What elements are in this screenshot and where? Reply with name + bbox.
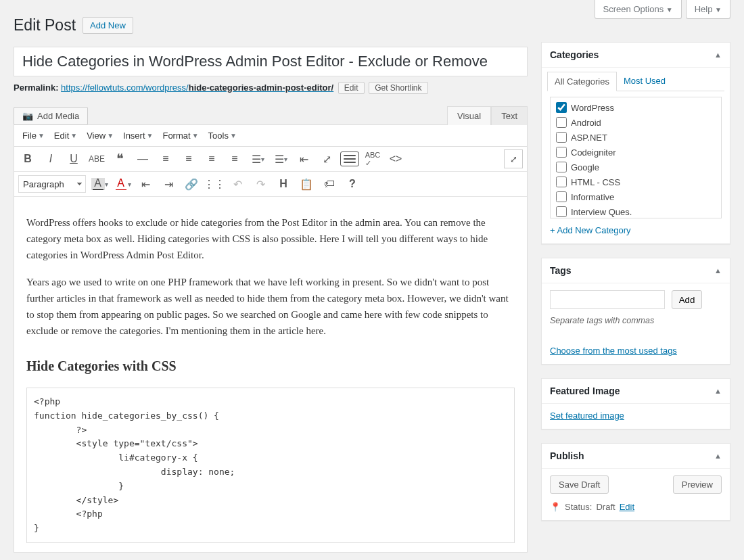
category-item[interactable]: ASP.NET	[552, 130, 720, 145]
find-icon[interactable]: H	[274, 174, 293, 193]
add-media-button[interactable]: 📷 Add Media	[14, 107, 88, 125]
category-checkbox[interactable]	[556, 147, 567, 158]
status-value: Draft	[596, 502, 615, 512]
toolbar-row-2: Paragraph A▾ A▾ ⇤ ⇥ 🔗 ⋮⋮ ↶ ↷ H 📋 🏷 ?	[14, 172, 527, 197]
preview-button[interactable]: Preview	[673, 475, 722, 494]
fullscreen-icon[interactable]: ⤢	[317, 149, 336, 168]
category-item[interactable]: HTML - CSS	[552, 174, 720, 189]
category-item[interactable]: Android	[552, 115, 720, 130]
set-featured-image-link[interactable]: Set featured image	[550, 411, 624, 421]
category-checkbox[interactable]	[556, 102, 567, 113]
tab-text[interactable]: Text	[491, 106, 528, 125]
categories-title: Categories	[550, 49, 599, 60]
content-code: <?php function hide_categories_by_css() …	[26, 388, 515, 543]
align-justify-icon[interactable]: ≡	[225, 149, 244, 168]
content-h2: Hide Categories with CSS	[26, 355, 515, 377]
blockquote-icon[interactable]: ❝	[110, 149, 129, 168]
spellcheck-icon[interactable]: ABC✓	[363, 149, 382, 168]
category-item[interactable]: Interview Ques.	[552, 204, 720, 218]
align-right-icon[interactable]: ≡	[202, 149, 221, 168]
link-icon[interactable]: 🔗	[182, 174, 201, 193]
menu-view[interactable]: View ▼	[83, 128, 118, 143]
status-edit-link[interactable]: Edit	[620, 502, 634, 512]
category-checkbox[interactable]	[556, 162, 567, 172]
toggle-featured-image-icon[interactable]: ▲	[714, 387, 722, 395]
content-p2: Years ago we used to write on one PHP fr…	[26, 274, 515, 339]
menu-edit[interactable]: Edit ▼	[50, 128, 81, 143]
tab-all-categories[interactable]: All Categories	[547, 72, 617, 91]
menu-tools[interactable]: Tools ▼	[204, 128, 241, 143]
permalink-edit-button[interactable]: Edit	[338, 82, 365, 94]
align-left-icon[interactable]: ≡	[156, 149, 175, 168]
category-item[interactable]: WordPress	[552, 100, 720, 115]
screen-options-button[interactable]: Screen Options ▼	[595, 0, 682, 19]
outdent-icon[interactable]: ⇤	[294, 149, 313, 168]
bold-icon[interactable]: B	[18, 149, 37, 168]
editor-menubar: File ▼ Edit ▼ View ▼ Insert ▼ Format ▼ T…	[14, 125, 527, 147]
category-list[interactable]: WordPress Android ASP.NET Codeigniter Go…	[550, 97, 722, 218]
strike-icon[interactable]: ABE	[87, 149, 106, 168]
category-item[interactable]: Informative	[552, 189, 720, 204]
page-title: Edit Post	[14, 16, 76, 34]
tag-hint: Separate tags with commas	[550, 316, 722, 325]
paste-icon[interactable]: 📋	[297, 174, 316, 193]
indent-right-icon[interactable]: ⇥	[159, 174, 178, 193]
text-color-icon[interactable]: A▾	[113, 174, 132, 193]
underline-icon[interactable]: U	[64, 149, 83, 168]
menu-insert[interactable]: Insert ▼	[119, 128, 157, 143]
help-icon[interactable]: ?	[343, 174, 362, 193]
tag-add-button[interactable]: Add	[672, 290, 703, 309]
tab-visual[interactable]: Visual	[447, 106, 491, 125]
content-p1: WordPress offers hooks to exclude or hid…	[26, 214, 515, 263]
add-new-button[interactable]: Add New	[83, 17, 133, 34]
bg-color-icon[interactable]: A▾	[90, 174, 109, 193]
tags-box: Tags ▲ Add Separate tags with commas Cho…	[541, 258, 730, 365]
permalink-link[interactable]: https://fellowtuts.com/wordpress/hide-ca…	[61, 83, 333, 93]
get-shortlink-button[interactable]: Get Shortlink	[369, 82, 427, 94]
choose-tags-link[interactable]: Choose from the most used tags	[550, 346, 722, 356]
publish-title: Publish	[550, 450, 584, 461]
help-button[interactable]: Help ▼	[686, 0, 730, 19]
tags-title: Tags	[550, 265, 572, 276]
tab-most-used[interactable]: Most Used	[617, 72, 672, 91]
number-list-icon[interactable]: ☰▾	[271, 149, 290, 168]
indent-left-icon[interactable]: ⇤	[136, 174, 155, 193]
category-checkbox[interactable]	[556, 132, 567, 143]
category-item[interactable]: Codeigniter	[552, 145, 720, 160]
align-center-icon[interactable]: ≡	[179, 149, 198, 168]
category-checkbox[interactable]	[556, 117, 567, 128]
editor-content[interactable]: WordPress offers hooks to exclude or hid…	[14, 197, 527, 552]
post-title-input[interactable]	[14, 47, 528, 76]
category-checkbox[interactable]	[556, 191, 567, 202]
keyboard-icon[interactable]	[340, 149, 359, 168]
status-label: Status:	[565, 502, 592, 512]
redo-icon[interactable]: ↷	[251, 174, 270, 193]
category-checkbox[interactable]	[556, 206, 567, 217]
menu-file[interactable]: File ▼	[18, 128, 49, 143]
format-select[interactable]: Paragraph	[18, 175, 86, 193]
code-icon[interactable]: <>	[386, 149, 405, 168]
category-checkbox[interactable]	[556, 177, 567, 187]
toggle-tags-icon[interactable]: ▲	[714, 266, 722, 275]
tag-icon[interactable]: 🏷	[320, 174, 339, 193]
toggle-publish-icon[interactable]: ▲	[714, 452, 722, 460]
unlink-icon[interactable]: ⋮⋮	[205, 174, 224, 193]
bullet-list-icon[interactable]: ☰▾	[248, 149, 267, 168]
hr-icon[interactable]: ―	[133, 149, 152, 168]
featured-image-box: Featured Image ▲ Set featured image	[541, 378, 730, 429]
pin-icon: 📍	[550, 502, 561, 512]
italic-icon[interactable]: I	[41, 149, 60, 168]
toolbar-row-1: B I U ABE ❝ ― ≡ ≡ ≡ ≡ ☰▾ ☰▾ ⇤ ⤢ ABC✓ <> …	[14, 147, 527, 172]
menu-format[interactable]: Format ▼	[158, 128, 202, 143]
permalink-row: Permalink: https://fellowtuts.com/wordpr…	[14, 82, 528, 94]
toggle-categories-icon[interactable]: ▲	[714, 51, 722, 59]
categories-box: Categories ▲ All Categories Most Used Wo…	[541, 42, 730, 244]
tag-input[interactable]	[550, 290, 665, 309]
distraction-free-icon[interactable]: ⤢	[504, 149, 523, 168]
category-item[interactable]: Google	[552, 160, 720, 174]
editor: File ▼ Edit ▼ View ▼ Insert ▼ Format ▼ T…	[14, 124, 528, 553]
undo-icon[interactable]: ↶	[228, 174, 247, 193]
add-new-category-link[interactable]: + Add New Category	[550, 225, 722, 235]
save-draft-button[interactable]: Save Draft	[550, 475, 609, 494]
camera-icon: 📷	[22, 111, 33, 121]
